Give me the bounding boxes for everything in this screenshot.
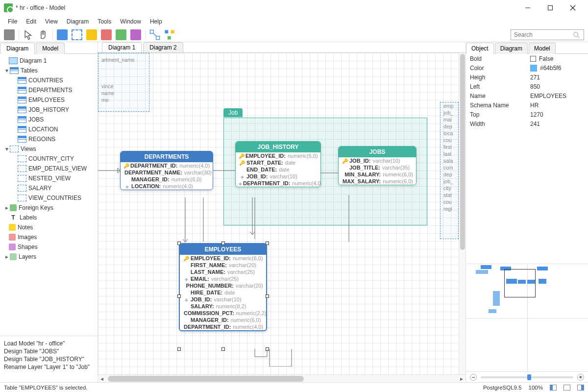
search-input[interactable] xyxy=(514,31,573,38)
column-row[interactable]: MANAGER_ID: numeric(6,0) xyxy=(180,317,266,323)
column-row[interactable]: ◆JOB_ID: varchar(10) xyxy=(236,173,320,180)
column-row[interactable]: JOB_TITLE: varchar(35) xyxy=(339,164,416,171)
tree-layers[interactable]: ▸Layers xyxy=(0,252,98,262)
column-row[interactable]: COMMISSION_PCT: numeric(2,2) xyxy=(180,310,266,317)
close-button[interactable] xyxy=(562,0,584,16)
selection-handle[interactable] xyxy=(177,242,181,245)
property-value[interactable]: 1270 xyxy=(530,111,584,118)
menu-help[interactable]: Help xyxy=(146,17,166,26)
tree-labels[interactable]: TLabels xyxy=(0,213,98,222)
tree-view-item[interactable]: VIEW_COUNTRIES xyxy=(0,193,98,203)
tree-table-item[interactable]: LOCATION xyxy=(0,124,98,134)
selection-handle[interactable] xyxy=(221,242,225,245)
selection-handle[interactable] xyxy=(266,294,269,298)
entity-job-history[interactable]: JOB_HISTORY 🔑EMPLOYEE_ID: numeric(6,0)🔑S… xyxy=(235,141,321,187)
minimize-button[interactable] xyxy=(516,0,539,16)
history-item[interactable]: Design Table "JOBS" xyxy=(4,348,94,355)
column-row[interactable]: ◆EMAIL: varchar(25) xyxy=(180,275,266,282)
property-row[interactable]: Left850 xyxy=(466,82,588,91)
column-row[interactable]: 🔑EMPLOYEE_ID: numeric(6,0) xyxy=(236,152,320,159)
column-row[interactable]: HIRE_DATE: date xyxy=(180,289,266,296)
note-icon[interactable] xyxy=(86,29,97,40)
tree-table-item[interactable]: EMPLOYEES xyxy=(0,95,98,105)
property-row[interactable]: Heigh271 xyxy=(466,73,588,82)
view-icon[interactable] xyxy=(72,29,82,40)
overview-map[interactable] xyxy=(466,264,588,371)
layer-icon[interactable] xyxy=(130,29,141,40)
tree-tables[interactable]: ▾Tables xyxy=(0,66,98,75)
tree-notes[interactable]: Notes xyxy=(0,222,98,232)
tree-fk[interactable]: ▸Foreign Keys xyxy=(0,203,98,213)
zoom-out-button[interactable]: − xyxy=(470,374,477,381)
column-row[interactable]: MANAGER_ID: numeric(6,0) xyxy=(121,176,213,183)
maximize-button[interactable] xyxy=(539,0,562,16)
selection-handle[interactable] xyxy=(266,347,269,351)
column-row[interactable]: 🔑START_DATE: date xyxy=(236,159,320,166)
auto-layout-icon[interactable] xyxy=(164,29,175,40)
hand-icon[interactable] xyxy=(38,29,49,40)
entity-departments[interactable]: DEPARTMENTS 🔑DEPARTMENT_ID: numeric(4,0)… xyxy=(120,151,213,190)
menu-edit[interactable]: Edit xyxy=(22,17,40,26)
tree-shapes[interactable]: Shapes xyxy=(0,242,98,252)
table-icon[interactable] xyxy=(57,29,68,40)
checkbox[interactable] xyxy=(530,56,536,62)
column-row[interactable]: 🔑JOB_ID: varchar(10) xyxy=(339,157,416,164)
column-row[interactable]: MAX_SALARY: numeric(6,0) xyxy=(339,178,416,185)
tree-table-item[interactable]: COUNTRIES xyxy=(0,75,98,85)
property-row[interactable]: Width241 xyxy=(466,119,588,128)
column-row[interactable]: MIN_SALARY: numeric(6,0) xyxy=(339,171,416,178)
entity-jobs[interactable]: JOBS 🔑JOB_ID: varchar(10)JOB_TITLE: varc… xyxy=(338,146,416,185)
menu-tools[interactable]: Tools xyxy=(94,17,115,26)
column-row[interactable]: ◆JOB_ID: varchar(10) xyxy=(180,296,266,303)
tab-diagram-props[interactable]: Diagram xyxy=(495,43,528,54)
column-row[interactable]: ◆LOCATION: numeric(4,0) xyxy=(121,183,213,190)
property-value[interactable]: 850 xyxy=(530,83,584,90)
canvas[interactable]: artment_name vince name me Job xyxy=(98,53,459,374)
property-value[interactable]: 241 xyxy=(530,121,584,127)
property-row[interactable]: Color#64b5f6 xyxy=(466,63,588,73)
property-row[interactable]: Schema NameHR xyxy=(466,100,588,110)
menu-file[interactable]: File xyxy=(4,17,21,26)
column-row[interactable]: DEPARTMENT_ID: numeric(4,0) xyxy=(180,323,266,330)
color-swatch[interactable] xyxy=(530,65,537,72)
tree-view-item[interactable]: EMP_DETAILS_VIEW xyxy=(0,164,98,173)
tree-table-item[interactable]: JOBS xyxy=(0,115,98,124)
property-row[interactable]: NameEMPLOYEES xyxy=(466,91,588,100)
tab-diagram2[interactable]: Diagram 2 xyxy=(143,42,183,52)
column-row[interactable]: ◆DEPARTMENT_ID: numeric(4,0) xyxy=(236,180,320,187)
tree-table-item[interactable]: REGOINS xyxy=(0,134,98,144)
tree-table-item[interactable]: JOB_HISTORY xyxy=(0,105,98,115)
tree-views[interactable]: ▾Views xyxy=(0,144,98,154)
selection-handle[interactable] xyxy=(177,294,181,298)
layout-toggle-1[interactable] xyxy=(550,385,557,391)
selection-handle[interactable] xyxy=(266,242,269,245)
column-row[interactable]: PHONE_NUMBER: varchar(20) xyxy=(180,282,266,289)
history-item[interactable]: Design Table "JOB_HISTORY" xyxy=(4,356,94,363)
tree-view-item[interactable]: SALARY xyxy=(0,183,98,193)
property-value[interactable]: False xyxy=(530,55,584,62)
history-item[interactable]: Rename Layer "Layer 1" to "Job" xyxy=(4,364,94,370)
property-value[interactable]: 271 xyxy=(530,74,584,81)
column-row[interactable]: END_DATE: date xyxy=(236,166,320,173)
tab-diagram1[interactable]: Diagram 1 xyxy=(102,42,142,52)
column-row[interactable]: 🔑EMPLOYEE_ID: numeric(6,0) xyxy=(180,255,266,262)
column-row[interactable]: FIRST_NAME: varchar(20) xyxy=(180,262,266,269)
tab-model-props[interactable]: Model xyxy=(529,43,556,54)
tree-table-item[interactable]: DEPARTMENTS xyxy=(0,85,98,95)
horizontal-scrollbar[interactable]: ◂ ▸ xyxy=(98,374,466,382)
tab-diagram[interactable]: Diagram xyxy=(0,43,35,54)
vertical-scrollbar[interactable] xyxy=(459,53,466,374)
property-row[interactable]: Top1270 xyxy=(466,110,588,119)
tab-object[interactable]: Object xyxy=(466,43,494,54)
column-row[interactable]: DEPARTMENT_NAME: varchar(30) xyxy=(121,169,213,176)
pointer-icon[interactable] xyxy=(23,29,34,40)
relation-icon[interactable] xyxy=(149,29,160,40)
menu-view[interactable]: View xyxy=(41,17,62,26)
column-row[interactable]: 🔑DEPARTMENT_ID: numeric(4,0) xyxy=(121,162,213,169)
zoom-slider[interactable] xyxy=(481,376,573,378)
layout-toggle-3[interactable] xyxy=(577,385,584,391)
object-tree[interactable]: Diagram 1 ▾Tables COUNTRIES DEPARTMENTS … xyxy=(0,54,98,336)
property-value[interactable]: EMPLOYEES xyxy=(530,93,584,99)
property-row[interactable]: BoldFalse xyxy=(466,54,588,63)
tree-view-item[interactable]: COUNTRY_CITY xyxy=(0,154,98,164)
